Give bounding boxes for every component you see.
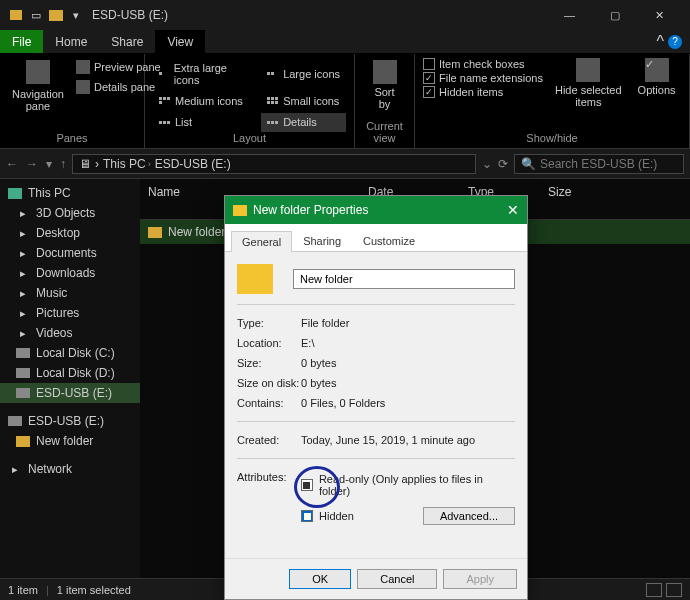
tab-home[interactable]: Home (43, 30, 99, 53)
forward-button[interactable]: → (26, 157, 38, 171)
type-label: Type: (237, 317, 301, 329)
apply-button[interactable]: Apply (443, 569, 517, 589)
thumbnails-view-button[interactable] (666, 583, 682, 597)
advanced-button[interactable]: Advanced... (423, 507, 515, 525)
dialog-body: Type:File folder Location:E:\ Size:0 byt… (225, 252, 527, 558)
drive-icon (16, 386, 30, 400)
hidden-checkbox[interactable] (301, 510, 313, 522)
address-dropdown[interactable]: ⌄ (482, 157, 492, 171)
refresh-button[interactable]: ⟳ (498, 157, 508, 171)
ok-button[interactable]: OK (289, 569, 351, 589)
sidebar-item[interactable]: ▸Desktop (0, 223, 140, 243)
details-layout-icon (267, 121, 279, 124)
sidebar-item-label: Downloads (36, 266, 95, 280)
details-view-button[interactable] (646, 583, 662, 597)
sidebar-item[interactable]: ▸Documents (0, 243, 140, 263)
sidebar-item-label: Videos (36, 326, 72, 340)
panes-group-label: Panes (8, 132, 136, 144)
tab-file[interactable]: File (0, 30, 43, 53)
hidden-items-toggle[interactable]: ✓Hidden items (423, 86, 543, 98)
qat-properties-icon[interactable]: ▭ (28, 7, 44, 23)
crumb-drive[interactable]: ESD-USB (E:) (155, 157, 231, 171)
folder-large-icon (237, 264, 273, 294)
dialog-close-button[interactable]: ✕ (507, 202, 519, 218)
sidebar-item-label: Documents (36, 246, 97, 260)
layout-list[interactable]: List (153, 113, 253, 132)
options-icon: ✓ (645, 58, 669, 82)
layout-large[interactable]: Large icons (261, 58, 346, 89)
tab-sharing[interactable]: Sharing (292, 230, 352, 251)
layout-extra-large[interactable]: Extra large icons (153, 58, 253, 89)
folder-icon (148, 227, 162, 238)
tab-view[interactable]: View (155, 30, 205, 53)
folder-name-input[interactable] (293, 269, 515, 289)
nav-tree: This PC▸3D Objects▸Desktop▸Documents▸Dow… (0, 179, 140, 578)
minimize-button[interactable]: ― (547, 0, 592, 30)
layout-group-label: Layout (153, 132, 346, 144)
sidebar-item[interactable]: Local Disk (C:) (0, 343, 140, 363)
qat-newfolder-icon[interactable] (48, 7, 64, 23)
tab-share[interactable]: Share (99, 30, 155, 53)
sidebar-item[interactable]: ▸3D Objects (0, 203, 140, 223)
crumb-this-pc[interactable]: This PC› (103, 157, 151, 171)
readonly-checkbox[interactable] (301, 479, 313, 491)
sidebar-item[interactable]: ▸Network (0, 459, 140, 479)
preview-icon (76, 60, 90, 74)
breadcrumb[interactable]: 🖥 › This PC› ESD-USB (E:) (72, 154, 476, 174)
sidebar-item[interactable]: Local Disk (D:) (0, 363, 140, 383)
recent-dropdown[interactable]: ▾ (46, 157, 52, 171)
readonly-label: Read-only (Only applies to files in fold… (319, 473, 515, 497)
sidebar-item[interactable]: ESD-USB (E:) (0, 411, 140, 431)
up-button[interactable]: ↑ (60, 157, 66, 171)
attributes-label: Attributes: (237, 471, 301, 483)
back-button[interactable]: ← (6, 157, 18, 171)
nav-pane-icon (26, 60, 50, 84)
hidden-label: Hidden (319, 510, 354, 522)
folder-icon (16, 434, 30, 448)
dialog-titlebar[interactable]: New folder Properties ✕ (225, 196, 527, 224)
file-extensions-toggle[interactable]: ✓File name extensions (423, 72, 543, 84)
sidebar-item[interactable]: This PC (0, 183, 140, 203)
tab-customize[interactable]: Customize (352, 230, 426, 251)
maximize-button[interactable]: ▢ (592, 0, 637, 30)
qat-dropdown-icon[interactable]: ▾ (68, 7, 84, 23)
pc-icon: 🖥 (79, 157, 91, 171)
layout-details[interactable]: Details (261, 113, 346, 132)
layout-small[interactable]: Small icons (261, 91, 346, 110)
tab-general[interactable]: General (231, 231, 292, 252)
item-checkboxes-toggle[interactable]: Item check boxes (423, 58, 543, 70)
folder-icon (233, 205, 247, 216)
lg-icon (267, 72, 279, 75)
sidebar-item-label: Local Disk (D:) (36, 366, 115, 380)
contains-label: Contains: (237, 397, 301, 409)
close-button[interactable]: ✕ (637, 0, 682, 30)
col-size[interactable]: Size (540, 183, 600, 215)
dialog-tabs: General Sharing Customize (225, 224, 527, 252)
sidebar-item[interactable]: ESD-USB (E:) (0, 383, 140, 403)
drive-icon (16, 346, 30, 360)
help-icon[interactable]: ? (668, 35, 682, 49)
search-input[interactable]: 🔍Search ESD-USB (E:) (514, 154, 684, 174)
navigation-pane-button[interactable]: Navigation pane (8, 58, 68, 132)
sidebar-item[interactable]: ▸Videos (0, 323, 140, 343)
item-count: 1 item (8, 584, 38, 596)
sort-icon (373, 60, 397, 84)
sidebar-item[interactable]: ▸Pictures (0, 303, 140, 323)
sidebar-item-label: ESD-USB (E:) (36, 386, 112, 400)
hide-selected-button[interactable]: Hide selected items (551, 58, 626, 132)
location-value: E:\ (301, 337, 515, 349)
created-value: Today, June 15, 2019, 1 minute ago (301, 434, 515, 446)
sidebar-item[interactable]: New folder (0, 431, 140, 451)
titlebar: ▭ ▾ ESD-USB (E:) ― ▢ ✕ (0, 0, 690, 30)
sidebar-item[interactable]: ▸Music (0, 283, 140, 303)
layout-medium[interactable]: Medium icons (153, 91, 253, 110)
sizeondisk-label: Size on disk: (237, 377, 301, 389)
sidebar-item[interactable]: ▸Downloads (0, 263, 140, 283)
cancel-button[interactable]: Cancel (357, 569, 437, 589)
sort-by-button[interactable]: Sort by (369, 60, 401, 110)
options-button[interactable]: ✓Options (634, 58, 680, 132)
md-icon (159, 97, 171, 104)
ribbon-tabs: File Home Share View ^? (0, 30, 690, 54)
ribbon-collapse[interactable]: ^? (648, 30, 690, 53)
sidebar-item-label: Desktop (36, 226, 80, 240)
